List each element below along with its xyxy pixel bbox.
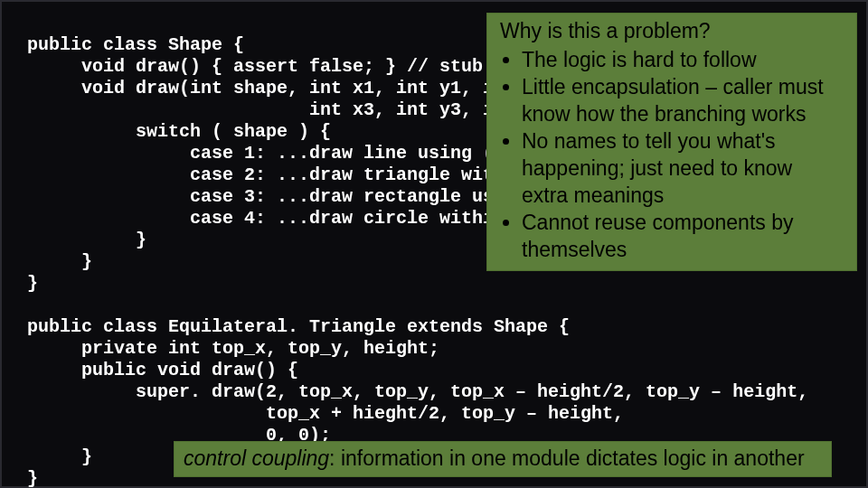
footer-term: control coupling — [184, 446, 329, 470]
footer-callout: control coupling: information in one mod… — [174, 441, 832, 477]
code-line: } — [27, 230, 146, 250]
code-line: public class Shape { — [27, 34, 244, 55]
callout-item: Little encapsulation – caller must know … — [522, 73, 844, 127]
code-line: top_x + hieght/2, top_y – height, — [27, 403, 624, 424]
callout-item: The logic is hard to follow — [522, 46, 844, 73]
code-line: public void draw() { — [27, 360, 298, 380]
code-line: } — [27, 468, 38, 488]
code-line: } — [27, 251, 92, 272]
code-line: } — [27, 446, 92, 467]
callout-question: Why is this a problem? — [500, 17, 844, 44]
callout-list: The logic is hard to follow Little encap… — [500, 46, 844, 263]
code-line: private int top_x, top_y, height; — [27, 338, 439, 359]
code-line: } — [27, 273, 38, 294]
slide: public class Shape { void draw() { asser… — [0, 0, 868, 488]
code-line: switch ( shape ) { — [27, 121, 331, 142]
callout-item: Cannot reuse components by themselves — [522, 209, 844, 263]
code-line: void draw() { assert false; } // stub — [27, 56, 483, 77]
code-line: super. draw(2, top_x, top_y, top_x – hei… — [27, 381, 808, 402]
code-line: public class Equilateral. Triangle exten… — [27, 316, 570, 337]
footer-text: : information in one module dictates log… — [329, 446, 804, 470]
problem-callout: Why is this a problem? The logic is hard… — [486, 13, 857, 271]
callout-item: No names to tell you what's happening; j… — [522, 127, 844, 209]
